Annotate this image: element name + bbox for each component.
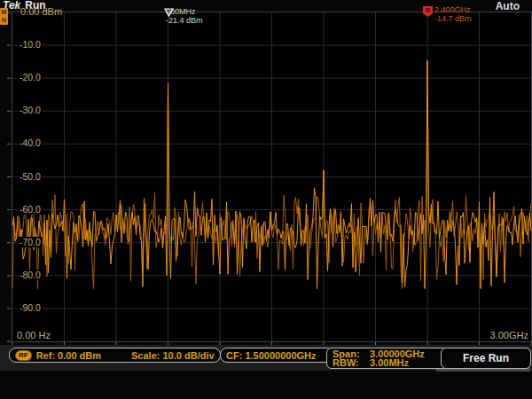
rf-reference-scale-readout[interactable]: RF Ref: 0.00 dBm Scale: 10.0 dB/div	[9, 348, 221, 363]
y-axis-label: -20.0	[18, 72, 43, 82]
trigger-status: Auto	[496, 0, 520, 12]
cf-value: CF: 1.50000000GHz	[226, 350, 317, 361]
y-axis-label: -70.0	[18, 237, 43, 247]
rbw-label: RBW:	[332, 358, 370, 368]
y-axis-label: -10.0	[18, 39, 43, 50]
free-run-button[interactable]: Free Run	[441, 348, 531, 369]
y-axis-label: -90.0	[18, 302, 43, 313]
rf-channel-badge: RF	[15, 350, 32, 361]
x-axis-start-label: 0.00 Hz	[17, 330, 51, 340]
spectrum-plot-area[interactable]: 0.00 dBm -10.0-20.0-30.0-40.0-50.0-60.0-…	[12, 12, 532, 342]
ref-level-readout: Ref: 0.00 dBm	[36, 350, 101, 361]
rf-trace-indicator-badge: MN	[0, 8, 8, 25]
marker-triangle-icon	[164, 8, 174, 17]
y-axis-label: -30.0	[18, 105, 43, 115]
y-axis-label: -80.0	[18, 270, 43, 280]
marker-900mhz[interactable]: 900MHz -21.4 dBm	[164, 8, 203, 25]
trigger-mode-label: Free Run	[463, 352, 509, 364]
marker-level: -21.4 dBm	[166, 17, 203, 26]
reference-marker-level: -14.7 dBm	[434, 15, 472, 24]
y-axis-label: -40.0	[18, 137, 43, 148]
x-axis-end-label: 3.00GHz	[490, 330, 528, 340]
spectrum-analyzer-screen: TekRun Auto 0.00 dBm -10.0-20.0-30.0-40.…	[0, 0, 532, 399]
rbw-value: 3.00MHz	[370, 358, 442, 368]
y-axis-label: -60.0	[18, 204, 43, 215]
reference-marker-flag-icon: R	[423, 6, 433, 17]
reference-marker-2400mhz[interactable]: R 2.400GHz -14.7 dBm	[423, 6, 472, 23]
spectrum-trace	[12, 12, 531, 341]
center-frequency-readout[interactable]: CF: 1.50000000GHz	[220, 348, 333, 363]
y-axis-label: -50.0	[18, 171, 43, 182]
scale-readout: Scale: 10.0 dB/div	[131, 350, 215, 361]
span-rbw-readout[interactable]: Span: 3.00000GHz RBW: 3.00MHz	[326, 348, 449, 369]
ref-level-axis-label: 0.00 dBm	[20, 6, 62, 17]
